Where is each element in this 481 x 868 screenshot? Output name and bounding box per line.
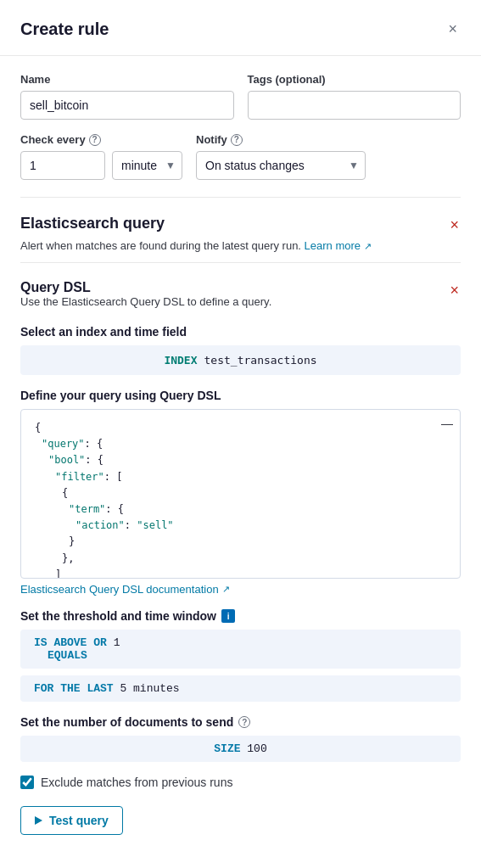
- modal-header: Create rule ×: [0, 0, 481, 56]
- code-line-8: }: [35, 534, 446, 550]
- divider-1: [20, 197, 461, 198]
- name-label: Name: [20, 73, 234, 86]
- threshold-label-row: Set the threshold and time window i: [20, 609, 461, 623]
- dsl-doc-link-label: Elasticsearch Query DSL documentation: [20, 583, 219, 596]
- check-every-inputs: minute hour day ▼: [20, 151, 182, 180]
- tags-label: Tags (optional): [248, 73, 461, 86]
- code-line-2: "query": {: [35, 436, 446, 452]
- elasticsearch-subtitle-text: Alert when matches are found during the …: [20, 239, 301, 252]
- documents-help-icon[interactable]: ?: [238, 716, 250, 728]
- size-block: SIZE 100: [20, 736, 461, 762]
- test-query-label: Test query: [49, 814, 109, 827]
- dsl-doc-link[interactable]: Elasticsearch Query DSL documentation ↗: [20, 583, 230, 596]
- tags-input[interactable]: [248, 91, 461, 120]
- query-dsl-header: Query DSL Use the Elasticsearch Query DS…: [20, 280, 461, 322]
- create-rule-modal: Create rule × Name Tags (optional) Check…: [0, 0, 481, 868]
- elasticsearch-section-header: Elasticsearch query ×: [20, 215, 461, 236]
- threshold-block-1: IS ABOVE OR 1EQUALS: [20, 630, 461, 669]
- index-value: test_transactions: [204, 354, 317, 367]
- query-dsl-subtitle: Use the Elasticsearch Query DSL to defin…: [20, 295, 271, 308]
- name-group: Name: [20, 73, 234, 120]
- code-content: { "query": { "bool": { "filter": [ { "te…: [35, 420, 446, 579]
- name-tags-row: Name Tags (optional): [20, 73, 461, 120]
- divider-2: [20, 262, 461, 263]
- play-icon: [35, 816, 42, 825]
- elasticsearch-close-button[interactable]: ×: [448, 215, 461, 236]
- query-dsl-title: Query DSL: [20, 280, 271, 295]
- elasticsearch-section: Elasticsearch query × Alert when matches…: [20, 215, 461, 835]
- notify-label: Notify: [196, 133, 227, 146]
- learn-more-link[interactable]: Learn more ↗: [305, 239, 372, 252]
- close-button[interactable]: ×: [445, 17, 461, 42]
- exclude-checkbox-row: Exclude matches from previous runs: [20, 776, 461, 789]
- minute-select[interactable]: minute hour day: [112, 151, 182, 180]
- code-editor[interactable]: — { "query": { "bool": { "filter": [ { "…: [20, 409, 461, 579]
- dsl-doc-external-icon: ↗: [222, 584, 230, 595]
- code-line-7: "action": "sell": [35, 518, 446, 534]
- name-input[interactable]: [20, 91, 234, 120]
- check-every-row: Check every ? minute hour day ▼: [20, 133, 461, 180]
- code-line-9: },: [35, 551, 446, 567]
- modal-title: Create rule: [20, 20, 109, 39]
- notify-help-icon[interactable]: ?: [231, 134, 243, 146]
- code-line-10: ]: [35, 567, 446, 579]
- query-dsl-title-group: Query DSL Use the Elasticsearch Query DS…: [20, 280, 271, 322]
- code-line-4: "filter": [: [35, 469, 446, 485]
- modal-body: Name Tags (optional) Check every ?: [0, 56, 481, 868]
- learn-more-label: Learn more: [305, 239, 361, 252]
- external-link-icon: ↗: [364, 241, 372, 251]
- notify-select-wrapper: On status changes On every check ▼: [196, 151, 366, 180]
- tags-group: Tags (optional): [248, 73, 461, 120]
- notify-label-group: Notify ?: [196, 133, 366, 146]
- threshold-section: Set the threshold and time window i IS A…: [20, 609, 461, 702]
- code-line-3: "bool": {: [35, 452, 446, 468]
- index-selector: INDEXtest_transactions: [20, 345, 461, 375]
- define-query-label: Define your query using Query DSL: [20, 389, 461, 402]
- code-collapse-button[interactable]: —: [441, 417, 453, 430]
- code-line-1: {: [35, 420, 446, 436]
- minute-select-wrapper: minute hour day ▼: [112, 151, 182, 180]
- threshold-block-2: FOR THE LAST 5 minutes: [20, 675, 461, 702]
- check-every-help-icon[interactable]: ?: [89, 134, 101, 146]
- index-keyword: INDEX: [164, 354, 197, 367]
- check-every-label: Check every: [20, 133, 86, 146]
- exclude-checkbox[interactable]: [20, 776, 34, 789]
- check-every-label-group: Check every ?: [20, 133, 182, 146]
- documents-label: Set the number of documents to send: [20, 715, 233, 729]
- notify-select[interactable]: On status changes On every check: [196, 151, 366, 180]
- code-line-6: "term": {: [35, 501, 446, 518]
- elasticsearch-section-title: Elasticsearch query: [20, 215, 165, 232]
- notify-group: Notify ? On status changes On every chec…: [196, 133, 366, 180]
- check-every-number-input[interactable]: [20, 151, 105, 180]
- check-every-group: Check every ? minute hour day ▼: [20, 133, 182, 180]
- query-dsl-close-button[interactable]: ×: [448, 280, 461, 301]
- threshold-info-icon[interactable]: i: [221, 609, 235, 623]
- elasticsearch-section-subtitle: Alert when matches are found during the …: [20, 239, 461, 252]
- exclude-checkbox-label: Exclude matches from previous runs: [41, 776, 232, 789]
- test-query-button[interactable]: Test query: [20, 806, 123, 835]
- documents-label-row: Set the number of documents to send?: [20, 715, 461, 729]
- code-line-5: {: [35, 485, 446, 501]
- threshold-label: Set the threshold and time window: [20, 609, 216, 623]
- select-index-label: Select an index and time field: [20, 325, 461, 339]
